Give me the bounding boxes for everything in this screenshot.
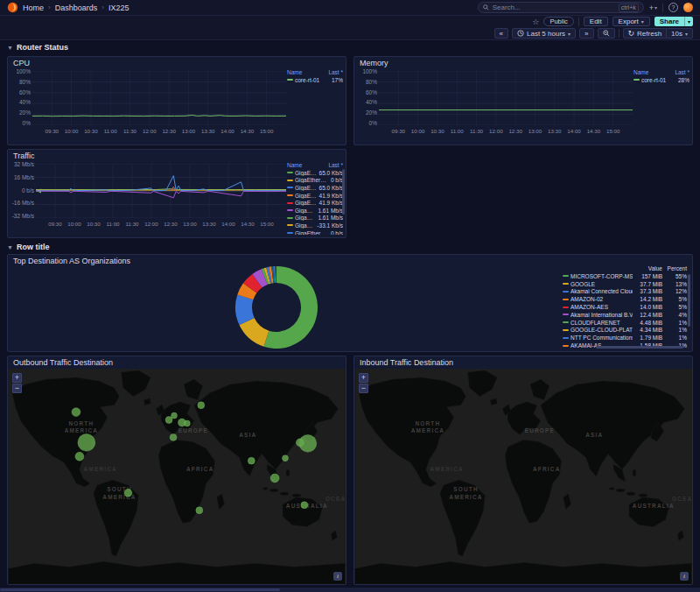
help-icon[interactable]: ? <box>668 3 678 12</box>
traffic-bubble[interactable] <box>196 507 203 514</box>
legend-item[interactable]: GigaEthernet0.0 0 b/s <box>287 177 343 185</box>
traffic-bubble[interactable] <box>78 433 95 451</box>
traffic-bubble[interactable] <box>296 439 304 447</box>
series-name: GigaEthernet0.0 <box>295 177 329 183</box>
traffic-bubble[interactable] <box>124 489 132 497</box>
legend-item[interactable]: core-rt-01 17% <box>287 76 343 84</box>
table-row: Akamai Connected Cloud 37.3 MiB12% <box>563 288 687 296</box>
series-last-value: 0 b/s <box>331 177 343 183</box>
memory-chart <box>379 71 633 125</box>
panel-title[interactable]: Outbound Traffic Destination <box>13 358 113 367</box>
panel-title[interactable]: Inbound Traffic Destination <box>360 358 453 367</box>
breadcrumb-dashboards[interactable]: Dashboards <box>55 4 98 12</box>
divider <box>662 4 663 12</box>
x-tick-label: 10:30 <box>430 128 444 134</box>
traffic-bubble[interactable] <box>283 455 289 462</box>
search-input[interactable] <box>493 4 615 11</box>
row-header-router-status[interactable]: ▼ Router Status <box>7 42 68 53</box>
map-zoom-out-button[interactable]: − <box>359 384 368 393</box>
traffic-bubble[interactable] <box>198 402 205 409</box>
refresh-interval-picker[interactable]: 10s ▾ <box>667 28 693 39</box>
panel-title[interactable]: CPU <box>13 59 30 67</box>
map-zoom-in-button[interactable]: + <box>12 373 22 383</box>
row-header-row-title[interactable]: ▼ Row title <box>7 242 49 252</box>
traffic-bubble[interactable] <box>270 474 279 483</box>
refresh-button[interactable]: ↻ Refresh <box>623 28 668 39</box>
add-button[interactable]: +▾ <box>649 4 657 12</box>
table-horizontal-scrollbar[interactable] <box>596 346 683 349</box>
dashboard-actions-bar: ☆ Public Edit Export ▾ Share ▾ <box>0 16 700 27</box>
legend-item[interactable]: GigaEthernet1.3 41.9 Kb/s <box>287 199 343 207</box>
star-icon[interactable]: ☆ <box>532 18 539 26</box>
chevron-down-icon[interactable]: ▾ <box>684 17 693 26</box>
traffic-bubble[interactable] <box>165 417 172 424</box>
panel-inbound-map: Inbound Traffic Destination NORTH AMERIC… <box>354 356 693 585</box>
export-button[interactable]: Export ▾ <box>612 17 650 26</box>
time-shift-forward-button[interactable]: » <box>579 28 593 39</box>
legend-item[interactable]: GigaEthernet0 65.0 Kb/s <box>287 169 343 177</box>
svg-text:EUROPE: EUROPE <box>525 427 555 433</box>
x-tick-label: 09:30 <box>46 128 59 134</box>
avatar[interactable] <box>683 3 693 12</box>
table-vertical-scrollbar[interactable] <box>688 274 690 327</box>
map-info-button[interactable]: i <box>333 572 342 581</box>
traffic-bubble[interactable] <box>301 502 308 509</box>
legend-item[interactable]: GigaEthernet2 1.61 Mb/s <box>287 207 343 215</box>
traffic-bubble[interactable] <box>172 412 178 419</box>
traffic-bubble[interactable] <box>184 420 190 426</box>
legend-item[interactable]: GigaEthernet3.0 0 b/s <box>287 229 343 235</box>
legend-item[interactable]: GigaEthernet0.1 65.0 Kb/s <box>287 184 343 192</box>
map-zoom-out-button[interactable]: − <box>12 384 22 393</box>
legend-item[interactable]: GigaEthernet2.0 1.61 Mb/s <box>287 215 343 222</box>
edit-button[interactable]: Edit <box>584 17 608 26</box>
x-tick-label: 11:30 <box>123 128 136 134</box>
traffic-bubble[interactable] <box>248 457 255 464</box>
map-info-button[interactable]: i <box>680 572 689 581</box>
breadcrumb-separator: › <box>48 4 51 11</box>
series-name: GigaEthernet1 <box>295 193 318 199</box>
series-color-icon <box>563 307 569 308</box>
zoom-out-time-button[interactable] <box>598 28 615 39</box>
grafana-logo[interactable] <box>7 2 18 13</box>
time-shift-back-button[interactable]: « <box>494 28 508 39</box>
series-color-icon <box>287 180 293 181</box>
horizontal-scrollbar[interactable] <box>0 588 700 592</box>
x-tick-label: 09:30 <box>48 221 61 227</box>
share-button[interactable]: Share ▾ <box>654 17 693 26</box>
x-tick-label: 13:00 <box>183 221 196 227</box>
public-badge: Public <box>543 17 573 26</box>
traffic-bubble[interactable] <box>170 433 177 440</box>
legend-item[interactable]: core-rt-01 28% <box>634 76 690 84</box>
y-tick-label: 20% <box>366 109 377 116</box>
panel-title[interactable]: Traffic <box>13 152 35 160</box>
breadcrumb-current[interactable]: IX225 <box>108 4 130 12</box>
row-title-label: Row title <box>17 243 50 251</box>
search-icon <box>483 4 489 11</box>
series-last-value: 65.0 Kb/s <box>319 170 343 176</box>
x-axis-labels: 09:3010:0010:3011:0011:3012:0012:3013:00… <box>379 128 633 137</box>
x-tick-label: 11:30 <box>470 128 483 134</box>
legend-item[interactable]: GigaEthernet3 -33.1 Kb/s <box>287 222 343 229</box>
x-tick-label: 14:00 <box>220 128 234 134</box>
map-zoom-in-button[interactable]: + <box>359 373 368 383</box>
legend-item[interactable]: GigaEthernet1 41.9 Kb/s <box>287 192 343 200</box>
x-tick-label: 12:00 <box>143 128 156 134</box>
percent-column-header[interactable]: Percent <box>662 265 687 271</box>
x-tick-label: 12:30 <box>508 128 522 134</box>
time-range-picker[interactable]: Last 5 hours ▾ <box>512 28 576 39</box>
y-tick-label: 16 Mb/s <box>14 174 34 180</box>
traffic-bubble[interactable] <box>75 452 84 461</box>
search-box[interactable]: ctrl+k <box>478 2 644 13</box>
panel-title[interactable]: Top Destination AS Organizations <box>13 257 130 265</box>
donut-chart <box>233 264 320 351</box>
traffic-bubble[interactable] <box>72 408 80 417</box>
panel-title[interactable]: Memory <box>360 59 388 67</box>
svg-text:EUROPE: EUROPE <box>178 427 208 433</box>
svg-text:AMERICA: AMERICA <box>65 427 98 433</box>
refresh-label: Refresh <box>637 30 662 38</box>
y-tick-label: 20% <box>19 109 31 116</box>
outbound-map: NORTH AMERICA AMERICA SOUTH AMERICA EURO… <box>8 369 346 584</box>
breadcrumb-home[interactable]: Home <box>23 4 44 12</box>
legend-scrollbar[interactable] <box>342 169 345 215</box>
value-column-header[interactable]: Value <box>633 265 662 271</box>
